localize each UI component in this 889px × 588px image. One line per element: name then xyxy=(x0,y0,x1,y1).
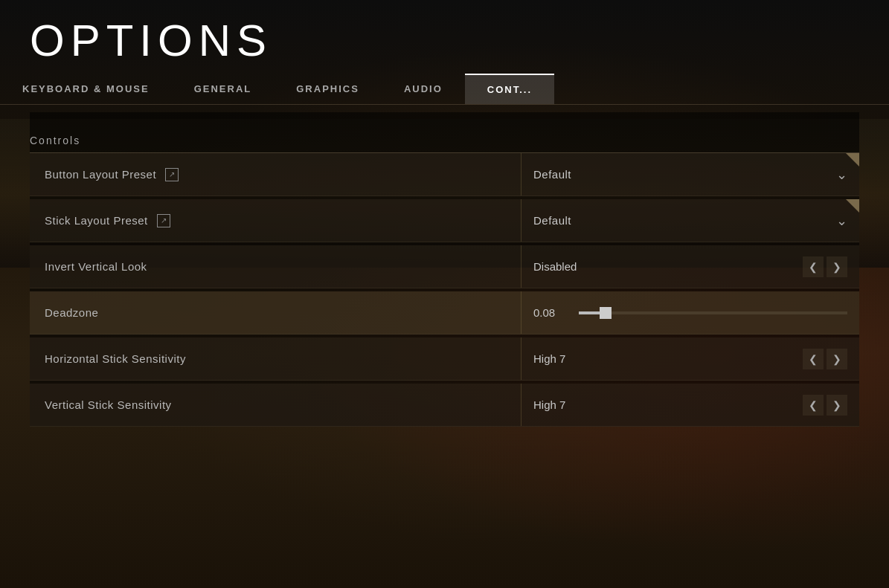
horizontal-sensitivity-next-button[interactable]: ❯ xyxy=(827,349,847,369)
horizontal-sensitivity-control: High 7 ❮ ❯ xyxy=(521,337,859,380)
chevron-down-icon-1: ⌄ xyxy=(836,167,847,183)
horizontal-sensitivity-label-area: Horizontal Stick Sensitivity xyxy=(30,352,521,365)
horizontal-sensitivity-prev-button[interactable]: ❮ xyxy=(803,349,824,369)
button-layout-link-icon[interactable] xyxy=(165,168,179,181)
invert-vertical-arrow-buttons: ❮ ❯ xyxy=(803,256,847,277)
invert-vertical-label-area: Invert Vertical Look xyxy=(30,260,521,273)
chevron-down-icon-2: ⌄ xyxy=(836,213,847,229)
section-label: Controls xyxy=(30,120,859,153)
vertical-sensitivity-arrows: High 7 ❮ ❯ xyxy=(533,395,847,416)
stick-layout-control[interactable]: Default ⌄ xyxy=(521,199,859,242)
horizontal-sensitivity-label: Horizontal Stick Sensitivity xyxy=(45,352,186,365)
header: OPTIONS xyxy=(0,0,889,74)
invert-vertical-label: Invert Vertical Look xyxy=(45,260,147,273)
deadzone-slider: 0.08 xyxy=(533,306,847,319)
vertical-sensitivity-next-button[interactable]: ❯ xyxy=(827,395,847,416)
tab-controls[interactable]: CONT... xyxy=(465,74,554,104)
vertical-sensitivity-wrap: Vertical Stick Sensitivity High 7 ❮ ❯ xyxy=(30,384,859,427)
deadzone-wrap: Deadzone 0.08 xyxy=(30,291,859,335)
button-layout-label: Button Layout Preset xyxy=(45,168,156,181)
button-layout-label-area: Button Layout Preset xyxy=(30,168,521,181)
horizontal-sensitivity-arrow-buttons: ❮ ❯ xyxy=(803,349,847,369)
deadzone-value: 0.08 xyxy=(533,306,567,319)
stick-layout-label: Stick Layout Preset xyxy=(45,214,148,227)
button-layout-dropdown[interactable]: Default ⌄ xyxy=(533,167,847,183)
setting-row-deadzone: Deadzone 0.08 xyxy=(30,291,859,335)
setting-row-button-layout: Button Layout Preset Default ⌄ xyxy=(30,153,859,196)
row-accent-1 xyxy=(846,153,859,167)
deadzone-thumb[interactable] xyxy=(600,307,612,319)
setting-row-vertical-sensitivity: Vertical Stick Sensitivity High 7 ❮ ❯ xyxy=(30,384,859,427)
tab-general[interactable]: GENERAL xyxy=(172,74,275,104)
setting-row-horizontal-sensitivity: Horizontal Stick Sensitivity High 7 ❮ ❯ xyxy=(30,337,859,381)
vertical-sensitivity-label: Vertical Stick Sensitivity xyxy=(45,398,172,411)
tab-graphics[interactable]: GRAPHICS xyxy=(274,74,382,104)
vertical-sensitivity-control: High 7 ❮ ❯ xyxy=(521,384,859,426)
page-title: OPTIONS xyxy=(30,15,859,66)
tab-keyboard-mouse[interactable]: KEYBOARD & MOUSE xyxy=(0,74,172,104)
main-content: Controls Button Layout Preset Default ⌄ xyxy=(0,112,889,427)
button-layout-value: Default xyxy=(533,168,571,181)
setting-row-invert-vertical: Invert Vertical Look Disabled ❮ ❯ xyxy=(30,245,859,288)
horizontal-sensitivity-wrap: Horizontal Stick Sensitivity High 7 ❮ ❯ xyxy=(30,337,859,381)
stick-layout-value: Default xyxy=(533,214,571,227)
row-accent-2 xyxy=(846,199,859,213)
invert-vertical-look-wrap: Invert Vertical Look Disabled ❮ ❯ xyxy=(30,245,859,288)
invert-vertical-next-button[interactable]: ❯ xyxy=(827,256,847,277)
horizontal-sensitivity-value: High 7 xyxy=(533,352,565,365)
invert-vertical-control: Disabled ❮ ❯ xyxy=(521,245,859,288)
stick-layout-label-area: Stick Layout Preset xyxy=(30,214,521,227)
deadzone-control: 0.08 xyxy=(521,291,859,334)
invert-vertical-arrows: Disabled ❮ ❯ xyxy=(533,256,847,277)
invert-vertical-prev-button[interactable]: ❮ xyxy=(803,256,824,277)
stick-layout-link-icon[interactable] xyxy=(157,214,170,227)
deadzone-label-area: Deadzone xyxy=(30,306,521,319)
vertical-sensitivity-prev-button[interactable]: ❮ xyxy=(803,395,824,416)
vertical-sensitivity-arrow-buttons: ❮ ❯ xyxy=(803,395,847,416)
setting-row-stick-layout: Stick Layout Preset Default ⌄ xyxy=(30,199,859,242)
stick-layout-dropdown[interactable]: Default ⌄ xyxy=(533,213,847,229)
button-layout-preset-wrap: Button Layout Preset Default ⌄ xyxy=(30,153,859,196)
settings-area: Controls Button Layout Preset Default ⌄ xyxy=(30,112,859,427)
deadzone-label: Deadzone xyxy=(45,306,98,319)
button-layout-control[interactable]: Default ⌄ xyxy=(521,153,859,196)
stick-layout-preset-wrap: Stick Layout Preset Default ⌄ xyxy=(30,199,859,242)
tab-audio[interactable]: AUDIO xyxy=(382,74,465,104)
vertical-sensitivity-value: High 7 xyxy=(533,398,565,411)
tab-bar: KEYBOARD & MOUSE GENERAL GRAPHICS AUDIO … xyxy=(0,74,889,105)
vertical-sensitivity-label-area: Vertical Stick Sensitivity xyxy=(30,398,521,411)
horizontal-sensitivity-arrows: High 7 ❮ ❯ xyxy=(533,349,847,369)
invert-vertical-value: Disabled xyxy=(533,260,577,273)
deadzone-track[interactable] xyxy=(579,311,847,314)
